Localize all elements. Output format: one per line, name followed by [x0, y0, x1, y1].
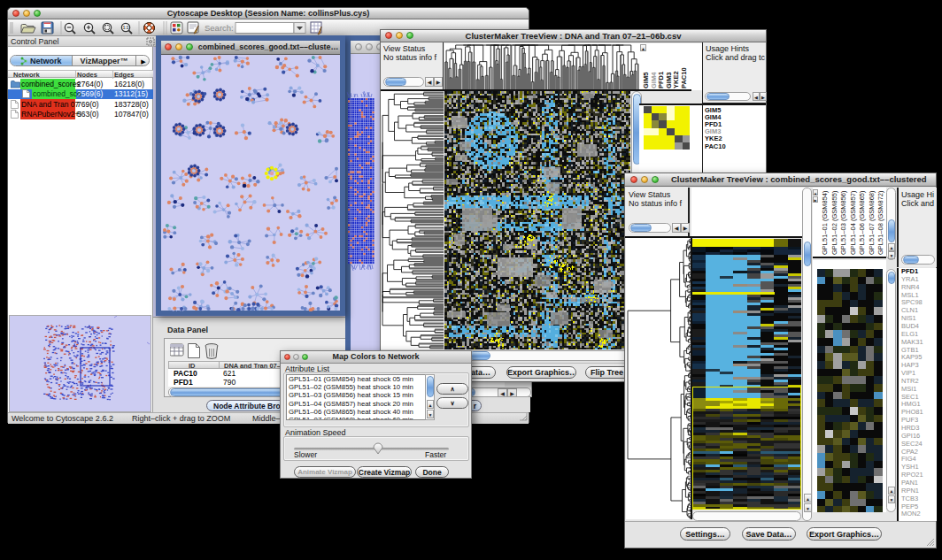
svg-text:1:1: 1:1 — [123, 26, 129, 30]
svg-text:GPL51–03 (GSM856): GPL51–03 (GSM856) — [839, 190, 847, 255]
svg-text:GPL51–01 (GSM854): GPL51–01 (GSM854) — [821, 190, 829, 255]
svg-text:GPL51–06 (GSM865): GPL51–06 (GSM865) — [858, 190, 866, 255]
svg-text:GPL51–04 (GSM857): GPL51–04 (GSM857) — [849, 190, 857, 255]
svg-text:GPL51–07 (GSM868): GPL51–07 (GSM868) — [868, 190, 876, 255]
svg-text:GPL51–08 (GSM872): GPL51–08 (GSM872) — [876, 190, 884, 255]
svg-text:GPL51–02 (GSM855): GPL51–02 (GSM855) — [830, 190, 838, 255]
svg-text:Search:: Search: — [205, 23, 234, 33]
svg-text:PAC10: PAC10 — [680, 67, 688, 88]
